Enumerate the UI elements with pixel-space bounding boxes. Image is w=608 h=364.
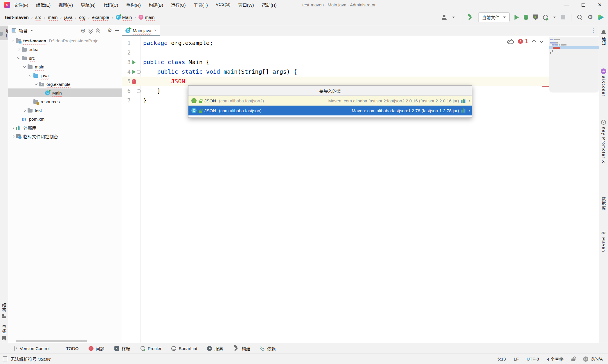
breadcrumb-item[interactable]: org xyxy=(79,15,85,20)
tab-close-icon[interactable]: × xyxy=(154,28,157,33)
line-ending[interactable]: LF xyxy=(514,356,519,361)
breadcrumb-item[interactable]: CMain xyxy=(116,15,132,20)
aixcoder-logo-icon[interactable] xyxy=(598,14,604,20)
code-minimap[interactable] xyxy=(549,37,599,93)
tree-chevron-open-icon[interactable] xyxy=(15,54,22,62)
tree-item-test-maven[interactable]: test-mavenD:\IdeaProjects\IdeaProje xyxy=(8,36,122,45)
error-bulb-icon[interactable]: ! xyxy=(132,79,136,84)
menu-item[interactable]: 帮助(H) xyxy=(262,2,277,8)
scrollbar-error-stripe[interactable] xyxy=(542,86,549,87)
tree-chevron-closed-icon[interactable] xyxy=(15,45,22,53)
code-line-4[interactable]: 4– public static void main(String[] args… xyxy=(122,67,599,77)
breadcrumb-item[interactable]: example xyxy=(92,15,109,20)
menu-item[interactable]: VCS(S) xyxy=(216,2,231,8)
toolwindow-button-Profiler[interactable]: Profiler xyxy=(140,346,162,351)
toolwindow-button-终端[interactable]: >_终端 xyxy=(114,345,130,352)
toolwindow-button-依赖[interactable]: 依赖 xyxy=(260,345,276,352)
tab-main-java[interactable]: C Main.java × xyxy=(122,25,160,36)
tool-stripe-item-Key Promoter X[interactable]: ✕Key Promoter X xyxy=(601,120,606,164)
code-line-5[interactable]: 5! JSON xyxy=(122,77,599,86)
menu-item[interactable]: 工具(T) xyxy=(193,2,208,8)
editor-body[interactable]: 1package org.example;23public class Main… xyxy=(122,36,599,343)
submenu-arrow-icon[interactable]: › xyxy=(469,108,470,113)
tree-chevron-closed-icon[interactable] xyxy=(10,132,16,140)
breadcrumb-item[interactable]: mmain xyxy=(138,15,155,20)
project-panel-title[interactable]: 项目 xyxy=(19,28,28,34)
build-hammer-icon[interactable] xyxy=(467,14,473,21)
breadcrumb-item[interactable]: src xyxy=(35,15,42,20)
tree-item-.idea[interactable]: .idea xyxy=(8,45,122,54)
maximize-button[interactable] xyxy=(575,0,591,10)
tree-item-main[interactable]: main xyxy=(8,62,122,71)
run-line-icon[interactable] xyxy=(132,70,136,74)
menu-item[interactable]: 重构(R) xyxy=(126,2,141,8)
menu-item[interactable]: 窗口(W) xyxy=(238,2,254,8)
toolwindow-button-问题[interactable]: !问题 xyxy=(89,345,105,352)
user-icon[interactable] xyxy=(441,15,447,20)
more-options-icon[interactable]: ⋮ xyxy=(591,28,596,33)
stop-button[interactable] xyxy=(561,15,565,19)
tree-chevron-closed-icon[interactable] xyxy=(21,106,28,114)
status-window-icon[interactable] xyxy=(3,356,7,361)
search-everywhere-icon[interactable] xyxy=(577,15,582,20)
tree-chevron-open-icon[interactable] xyxy=(10,37,16,45)
tree-item-外部库[interactable]: 外部库 xyxy=(8,123,122,132)
collapse-all-icon[interactable] xyxy=(96,28,100,33)
fold-marker-icon[interactable]: – xyxy=(137,89,141,93)
hide-panel-icon[interactable] xyxy=(115,30,119,31)
close-button[interactable]: × xyxy=(591,0,608,10)
tree-item-src[interactable]: src xyxy=(8,54,122,62)
run-line-icon[interactable] xyxy=(132,60,136,64)
highlighting-level-icon[interactable] xyxy=(507,39,513,44)
minimize-button[interactable]: — xyxy=(558,0,575,10)
tree-item-java[interactable]: java xyxy=(8,71,122,80)
fold-marker-icon[interactable]: – xyxy=(137,70,141,74)
caret-position[interactable]: 5:13 xyxy=(497,356,506,361)
breadcrumb-item[interactable]: java xyxy=(64,15,72,20)
submenu-arrow-icon[interactable]: › xyxy=(469,98,470,103)
tree-chevron-open-icon[interactable] xyxy=(21,63,28,71)
tree-item-pom.xml[interactable]: mpom.xml xyxy=(8,115,122,123)
project-hscrollbar[interactable] xyxy=(16,340,87,342)
tree-chevron-open-icon[interactable] xyxy=(33,80,39,88)
tool-stripe-item-Maven[interactable]: mMaven xyxy=(601,230,606,252)
tree-chevron-open-icon[interactable] xyxy=(27,71,33,79)
tree-item-org.example[interactable]: org.example xyxy=(8,80,122,88)
user-dropdown-icon[interactable] xyxy=(452,17,455,18)
toolwindow-button-服务[interactable]: 服务 xyxy=(207,345,223,352)
panel-options-gear-icon[interactable]: ⚙ xyxy=(107,28,112,33)
error-counter[interactable]: ! 1 xyxy=(518,38,528,44)
tree-chevron-closed-icon[interactable] xyxy=(10,124,16,132)
coverage-button[interactable] xyxy=(533,15,538,20)
run-config-selector[interactable]: 当前文件 xyxy=(478,12,510,22)
tree-item-resources[interactable]: resources xyxy=(8,97,122,106)
settings-gear-icon[interactable]: ⚙ xyxy=(587,14,593,20)
menu-item[interactable]: 文件(F) xyxy=(14,2,28,8)
write-access-unlock-icon[interactable] xyxy=(571,357,575,361)
code-line-2[interactable]: 2 xyxy=(122,48,599,57)
coverage-widget[interactable]: ⊘ ∅/N/A xyxy=(583,356,603,362)
menu-item[interactable]: 代码(C) xyxy=(103,2,118,8)
tool-stripe-item-书签[interactable]: 书签 xyxy=(1,325,7,341)
indent-setting[interactable]: 4 个空格 xyxy=(547,356,564,362)
toolwindow-button-Version Control[interactable]: Version Control xyxy=(13,346,50,351)
tool-stripe-item-通知[interactable]: 通知 xyxy=(601,30,607,46)
import-option-com.alibaba.fastjson[interactable]: CJSON(com.alibaba.fastjson)Maven: com.al… xyxy=(188,106,472,115)
toolwindow-button-构建[interactable]: 构建 xyxy=(233,345,250,352)
locate-file-icon[interactable]: ⊕ xyxy=(81,28,86,33)
menu-item[interactable]: 构建(B) xyxy=(149,2,163,8)
tree-item-Main[interactable]: CMain xyxy=(8,88,122,97)
tree-item-临时文件和控制台[interactable]: 临时文件和控制台 xyxy=(8,132,122,141)
breadcrumb-item[interactable]: test-maven xyxy=(5,15,29,20)
tree-item-test[interactable]: test xyxy=(8,106,122,115)
import-option-com.alibaba.fastjson2[interactable]: IJSON(com.alibaba.fastjson2)Maven: com.a… xyxy=(188,96,472,106)
profiler-dropdown-icon[interactable] xyxy=(553,17,556,18)
tool-stripe-item-结构[interactable]: 结构 xyxy=(1,303,7,318)
code-line-3[interactable]: 3public class Main { xyxy=(122,57,599,67)
profiler-button[interactable] xyxy=(543,15,548,20)
expand-all-icon[interactable] xyxy=(88,28,93,33)
menu-item[interactable]: 编辑(E) xyxy=(36,2,51,8)
file-encoding[interactable]: UTF-8 xyxy=(527,356,539,361)
menu-item[interactable]: 运行(U) xyxy=(171,2,186,8)
menu-item[interactable]: 导航(N) xyxy=(81,2,96,8)
